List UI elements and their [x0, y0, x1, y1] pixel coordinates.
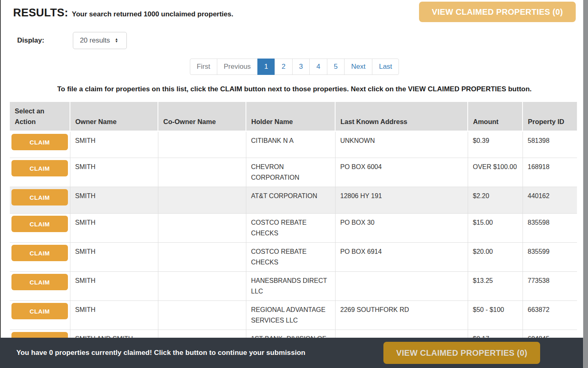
address-cell: PO BOX 30: [335, 214, 468, 243]
action-cell: CLAIM: [10, 301, 70, 330]
address-cell: 12806 HY 191: [335, 187, 468, 214]
action-cell: CLAIM: [10, 158, 70, 187]
display-row: Display: 20 results ▲▼: [17, 32, 588, 49]
action-cell: CLAIM: [10, 214, 70, 243]
pagination-item-first[interactable]: First: [190, 59, 217, 75]
display-label: Display:: [17, 36, 44, 45]
claim-instruction: To file a claim for properties on this l…: [1, 85, 588, 93]
claimed-status-message: You have 0 properties currently claimed!…: [16, 349, 305, 357]
property-id-cell: 835599: [523, 243, 577, 272]
owner-cell: SMITH: [70, 272, 158, 301]
address-cell: [335, 272, 468, 301]
co-owner-cell: [158, 272, 246, 301]
address-cell: UNKNOWN: [335, 131, 468, 158]
holder-cell: CITIBANK N A: [246, 131, 335, 158]
holder-cell: REGIONAL ADVANTAGE SERVICES LLC: [246, 301, 335, 330]
holder-cell: COSTCO REBATE CHECKS: [246, 243, 335, 272]
claim-button[interactable]: CLAIM: [11, 134, 68, 150]
pagination-item-5[interactable]: 5: [327, 59, 345, 75]
table-row: CLAIMSMITHCITIBANK N AUNKNOWN$0.39581398: [10, 131, 577, 158]
address-cell: PO BOX 6914: [335, 243, 468, 272]
action-cell: CLAIM: [10, 272, 70, 301]
property-id-cell: 773538: [523, 272, 577, 301]
co-owner-cell: [158, 158, 246, 187]
results-table: Select an ActionOwner NameCo-Owner NameH…: [10, 102, 577, 359]
amount-cell: $50 - $100: [468, 301, 523, 330]
table-row: CLAIMSMITHAT&T CORPORATION12806 HY 191$2…: [10, 187, 577, 214]
property-id-cell: 168918: [523, 158, 577, 187]
action-cell: CLAIM: [10, 243, 70, 272]
pagination-item-2[interactable]: 2: [275, 59, 292, 75]
address-cell: PO BOX 6004: [335, 158, 468, 187]
amount-cell: $2.20: [468, 187, 523, 214]
table-header-row: Select an ActionOwner NameCo-Owner NameH…: [10, 102, 577, 131]
pagination: FirstPrevious12345NextLast: [1, 59, 588, 75]
view-claimed-properties-button-bottom[interactable]: VIEW CLAIMED PROPERTIES (0): [383, 342, 540, 364]
claim-button[interactable]: CLAIM: [11, 189, 68, 205]
amount-cell: OVER $100.00: [468, 158, 523, 187]
action-cell: CLAIM: [10, 131, 70, 158]
co-owner-cell: [158, 301, 246, 330]
column-header: Property ID: [523, 102, 577, 131]
holder-cell: COSTCO REBATE CHECKS: [246, 214, 335, 243]
amount-cell: $0.39: [468, 131, 523, 158]
holder-cell: AT&T CORPORATION: [246, 187, 335, 214]
owner-cell: SMITH: [70, 158, 158, 187]
co-owner-cell: [158, 243, 246, 272]
claim-button[interactable]: CLAIM: [11, 274, 68, 290]
table-row: CLAIMSMITHCOSTCO REBATE CHECKSPO BOX 30$…: [10, 214, 577, 243]
vertical-scrollbar[interactable]: [583, 0, 588, 368]
results-per-page-select[interactable]: 20 results ▲▼: [73, 32, 127, 49]
claim-button[interactable]: CLAIM: [11, 303, 68, 319]
amount-cell: $15.00: [468, 214, 523, 243]
select-arrows-icon: ▲▼: [115, 38, 118, 43]
owner-cell: SMITH: [70, 214, 158, 243]
view-claimed-properties-button-top[interactable]: VIEW CLAIMED PROPERTIES (0): [419, 2, 576, 22]
pagination-item-next[interactable]: Next: [344, 59, 372, 75]
column-header: Co-Owner Name: [158, 102, 246, 131]
column-header: Holder Name: [246, 102, 335, 131]
column-header: Last Known Address: [335, 102, 468, 131]
claim-button[interactable]: CLAIM: [11, 160, 68, 176]
pagination-item-4[interactable]: 4: [309, 59, 327, 75]
owner-cell: SMITH: [70, 187, 158, 214]
column-header: Owner Name: [70, 102, 158, 131]
co-owner-cell: [158, 131, 246, 158]
holder-cell: CHEVRON CORPORATION: [246, 158, 335, 187]
table-row: CLAIMSMITHCOSTCO REBATE CHECKSPO BOX 691…: [10, 243, 577, 272]
pagination-item-3[interactable]: 3: [292, 59, 310, 75]
action-cell: CLAIM: [10, 187, 70, 214]
claim-button[interactable]: CLAIM: [11, 216, 68, 232]
owner-cell: SMITH: [70, 131, 158, 158]
table-row: CLAIMSMITHCHEVRON CORPORATIONPO BOX 6004…: [10, 158, 577, 187]
claimed-status-bar: You have 0 properties currently claimed!…: [0, 338, 583, 368]
address-cell: 2269 SOUTHFORK RD: [335, 301, 468, 330]
column-header: Amount: [468, 102, 523, 131]
table-row: CLAIMSMITHREGIONAL ADVANTAGE SERVICES LL…: [10, 301, 577, 330]
pagination-item-last[interactable]: Last: [372, 59, 399, 75]
amount-cell: $20.00: [468, 243, 523, 272]
property-id-cell: 835598: [523, 214, 577, 243]
property-id-cell: 663872: [523, 301, 577, 330]
column-header: Select an Action: [10, 102, 70, 131]
holder-cell: HANESBRANDS DIRECT LLC: [246, 272, 335, 301]
co-owner-cell: [158, 187, 246, 214]
co-owner-cell: [158, 214, 246, 243]
results-summary: Your search returned 1000 unclaimed prop…: [72, 10, 234, 18]
page-title: RESULTS:: [13, 7, 68, 19]
claim-button[interactable]: CLAIM: [11, 245, 68, 261]
pagination-item-1[interactable]: 1: [257, 59, 275, 75]
property-id-cell: 440162: [523, 187, 577, 214]
results-per-page-value: 20 results: [80, 36, 110, 45]
scrollbar-thumb[interactable]: [583, 0, 588, 368]
owner-cell: SMITH: [70, 301, 158, 330]
table-row: CLAIMSMITHHANESBRANDS DIRECT LLC$13.2577…: [10, 272, 577, 301]
owner-cell: SMITH: [70, 243, 158, 272]
amount-cell: $13.25: [468, 272, 523, 301]
property-id-cell: 581398: [523, 131, 577, 158]
pagination-item-previous[interactable]: Previous: [217, 59, 258, 75]
